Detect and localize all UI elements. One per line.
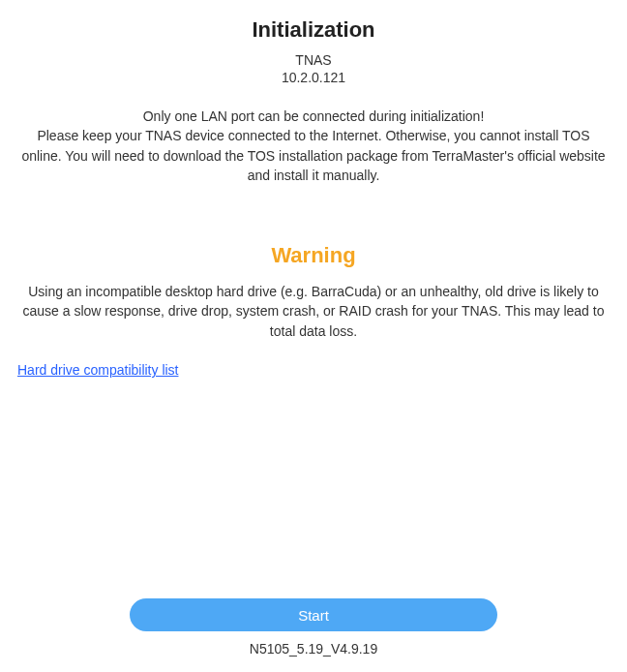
info-text: Only one LAN port can be connected durin… xyxy=(0,107,627,185)
warning-text: Using an incompatible desktop hard drive… xyxy=(0,282,627,341)
compatibility-link[interactable]: Hard drive compatibility list xyxy=(0,362,627,378)
warning-title: Warning xyxy=(0,243,627,268)
device-name: TNAS xyxy=(0,52,627,68)
page-title: Initialization xyxy=(0,17,627,43)
version-label: N5105_5.19_V4.9.19 xyxy=(0,641,627,657)
ip-address: 10.2.0.121 xyxy=(0,70,627,85)
start-button[interactable]: Start xyxy=(130,598,497,631)
